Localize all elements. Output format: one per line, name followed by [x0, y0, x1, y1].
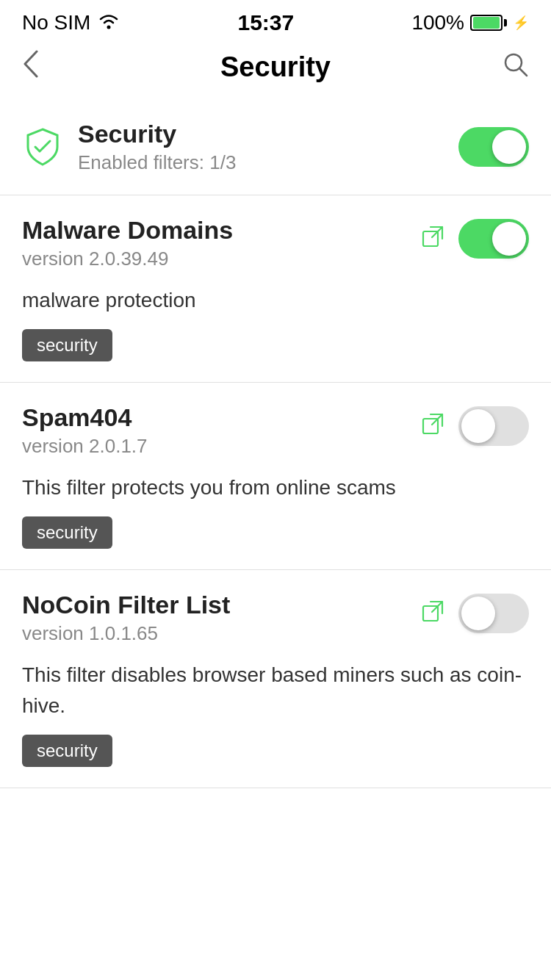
filter-info: Spam404 version 2.0.1.7: [22, 403, 422, 458]
security-subtitle: Enabled filters: 1/3: [78, 151, 458, 174]
page-title: Security: [220, 51, 331, 83]
svg-line-2: [519, 68, 527, 76]
filter-description: malware protection: [22, 285, 529, 316]
search-button[interactable]: [492, 51, 529, 84]
security-header-row: Security Enabled filters: 1/3: [0, 99, 551, 195]
filter-toggle[interactable]: [458, 406, 529, 446]
filter-toggle[interactable]: [458, 219, 529, 259]
filter-version: version 1.0.1.65: [22, 622, 422, 645]
filter-description: This filter protects you from online sca…: [22, 472, 529, 503]
battery-info: 100% ⚡: [411, 11, 529, 35]
filters-list: Malware Domains version 2.0.39.49 malwar…: [0, 195, 551, 788]
back-button[interactable]: [22, 50, 59, 84]
filter-item: NoCoin Filter List version 1.0.1.65 This…: [0, 570, 551, 788]
security-header-text: Security Enabled filters: 1/3: [78, 120, 458, 174]
external-link-icon[interactable]: [422, 226, 444, 253]
security-master-toggle[interactable]: [458, 127, 529, 167]
filter-controls: [422, 216, 529, 259]
filter-title: Spam404: [22, 403, 422, 432]
filter-item: Spam404 version 2.0.1.7 This filter prot…: [0, 383, 551, 570]
nav-bar: Security: [0, 43, 551, 99]
status-time: 15:37: [238, 10, 295, 35]
battery-icon: [470, 15, 507, 31]
filter-tag: security: [22, 329, 112, 361]
filter-item: Malware Domains version 2.0.39.49 malwar…: [0, 195, 551, 383]
security-title: Security: [78, 120, 458, 148]
filter-controls: [422, 403, 529, 446]
content-area: Security Enabled filters: 1/3 Malware Do…: [0, 99, 551, 788]
external-link-icon[interactable]: [422, 413, 444, 440]
wifi-icon: [98, 11, 120, 35]
filter-version: version 2.0.1.7: [22, 435, 422, 458]
status-bar: No SIM 15:37 100% ⚡: [0, 0, 551, 43]
carrier-text: No SIM: [22, 11, 90, 35]
carrier-info: No SIM: [22, 11, 120, 35]
charging-icon: ⚡: [513, 15, 529, 31]
filter-title: NoCoin Filter List: [22, 591, 422, 619]
filter-description: This filter disables browser based miner…: [22, 660, 529, 721]
filter-version: version 2.0.39.49: [22, 248, 422, 270]
filter-title: Malware Domains: [22, 216, 422, 245]
security-shield-icon: [22, 126, 63, 167]
filter-tag: security: [22, 516, 112, 549]
filter-tag: security: [22, 735, 112, 767]
filter-info: Malware Domains version 2.0.39.49: [22, 216, 422, 270]
filter-info: NoCoin Filter List version 1.0.1.65: [22, 591, 422, 645]
external-link-icon[interactable]: [422, 600, 444, 627]
battery-percent: 100%: [411, 11, 464, 35]
svg-point-0: [107, 26, 111, 29]
filter-controls: [422, 591, 529, 633]
filter-toggle[interactable]: [458, 594, 529, 633]
